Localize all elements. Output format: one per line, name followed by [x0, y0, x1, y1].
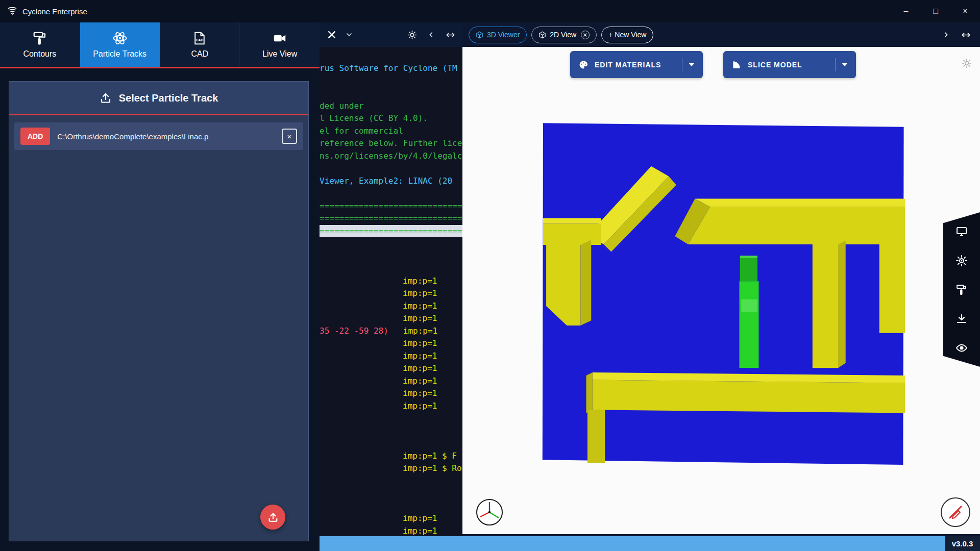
tab-2d-view[interactable]: 2D View — [531, 27, 597, 43]
video-camera-icon — [272, 31, 287, 46]
console-line: imp:p=1 — [320, 312, 462, 325]
console-actions — [407, 30, 455, 40]
console-line-text: imp:p=1 — [403, 401, 437, 411]
console-line: Viewer, Example2: LINAC (20 — [320, 175, 462, 188]
paint-roller-icon[interactable] — [955, 284, 968, 296]
console-line-text: imp:p=1 — [403, 513, 437, 523]
slice-model-button[interactable]: SLICE MODEL — [723, 51, 856, 78]
cyclone-logo-icon — [7, 6, 17, 16]
tab-label: Particle Tracks — [93, 49, 146, 59]
console-line: imp:p=1 — [320, 375, 462, 388]
close-button[interactable]: × — [950, 0, 980, 22]
chevron-right-icon[interactable] — [942, 31, 950, 39]
tab-label: CAD — [191, 49, 208, 59]
viewer-tabbar-actions — [942, 30, 974, 40]
dropdown-caret-icon — [689, 63, 695, 66]
console-line: ========================================… — [320, 200, 462, 213]
console-line-text: ========================================… — [320, 213, 462, 223]
left-tabbar: Contours Particle Tracks CAD CAD — [0, 22, 320, 67]
gear-icon[interactable] — [407, 30, 417, 40]
console-line: imp:p=1 $ F — [320, 450, 462, 463]
button-label: SLICE MODEL — [748, 61, 802, 69]
console-line — [320, 500, 462, 513]
tab-new-view[interactable]: + New View — [601, 27, 653, 43]
console-line — [320, 437, 462, 450]
console-line — [320, 237, 462, 250]
console-output[interactable]: rus Software for Cyclone (TM ded under l… — [320, 47, 462, 536]
console-line: imp:p=1 — [320, 400, 462, 413]
console-line: ========================================… — [320, 225, 462, 238]
pencil-off-icon — [947, 504, 964, 521]
console-line-text: imp:p=1 — [403, 276, 437, 286]
console-line: imp:p=1 — [320, 300, 462, 313]
minimize-button[interactable]: – — [891, 0, 921, 22]
remove-track-button[interactable]: × — [282, 129, 297, 144]
download-icon[interactable] — [955, 313, 968, 325]
console-line — [320, 75, 462, 88]
display-icon[interactable] — [955, 226, 968, 238]
axis-orientation-widget[interactable] — [476, 498, 503, 526]
tab-cad[interactable]: CAD CAD — [160, 22, 240, 67]
console-line-text: imp:p=1 $ Ro — [403, 463, 462, 473]
console-line — [320, 187, 462, 200]
console-line-prefix: 35 -22 -59 28) — [320, 326, 388, 336]
maximize-button[interactable]: □ — [921, 0, 950, 22]
console-line-text: imp:p=1 — [388, 326, 437, 336]
tab-live-view[interactable]: Live View — [240, 22, 320, 67]
chevron-left-icon[interactable] — [427, 31, 435, 39]
slice-icon — [731, 60, 742, 70]
track-file-path: C:\Orthrus\demoComplete\examples\Linac.p — [57, 132, 275, 141]
console-line: imp:p=1 — [320, 525, 462, 537]
tab-contours[interactable]: Contours — [0, 22, 80, 67]
palette-icon — [578, 60, 589, 70]
window-title: Cyclone Enterprise — [22, 7, 87, 16]
console-line-text: imp:p=1 — [403, 338, 437, 348]
console-line-text: imp:p=1 — [403, 363, 437, 373]
console-line — [320, 475, 462, 488]
console-topbar — [320, 22, 462, 47]
tab-3d-viewer[interactable]: 3D Viewer — [469, 27, 527, 43]
expand-horizontal-icon[interactable] — [446, 30, 455, 40]
bottom-bar: v3.0.3 — [320, 536, 980, 551]
console-line — [320, 87, 462, 100]
select-track-title: Select Particle Track — [119, 92, 218, 104]
add-track-button[interactable]: ADD — [20, 128, 50, 145]
title-bar: Cyclone Enterprise – □ × — [0, 0, 980, 22]
window-controls: – □ × — [891, 0, 980, 22]
console-line-text: ========================================… — [320, 201, 462, 211]
horizontal-scrollbar[interactable] — [320, 536, 945, 551]
edit-materials-button[interactable]: EDIT MATERIALS — [570, 51, 703, 78]
console-line-text: ded under — [320, 101, 364, 111]
viewport-settings-gear-icon[interactable] — [962, 58, 972, 68]
console-line — [320, 262, 462, 275]
chevron-down-icon[interactable] — [345, 31, 353, 39]
console-line-text: imp:p=1 — [403, 351, 437, 361]
console-line-text: reference below. Further lice — [320, 138, 462, 148]
view-settings-icon[interactable] — [955, 255, 968, 267]
eye-icon[interactable] — [955, 342, 968, 354]
edit-disabled-button[interactable] — [941, 497, 970, 527]
tab-label: 2D View — [550, 31, 576, 39]
select-track-card: Select Particle Track ADD C:\Orthrus\dem… — [9, 81, 309, 541]
console-line-text: Viewer, Example2: LINAC (20 — [320, 176, 452, 186]
viewer-tabbar: 3D Viewer 2D View + New View — [462, 22, 980, 47]
console-line-text: imp:p=1 — [403, 376, 437, 386]
console-line: imp:p=1 — [320, 287, 462, 300]
console-line: imp:p=1 — [320, 337, 462, 350]
divider — [682, 58, 682, 71]
console-line — [320, 162, 462, 175]
viewport-canvas[interactable] — [462, 47, 980, 534]
svg-text:CAD: CAD — [196, 38, 204, 42]
tab-label: 3D Viewer — [487, 31, 520, 39]
close-tab-icon[interactable] — [581, 31, 590, 39]
close-file-icon[interactable] — [327, 30, 337, 40]
console-line: imp:p=1 — [320, 512, 462, 525]
viewport: EDIT MATERIALS SLICE MODEL — [462, 47, 980, 534]
console-panel: rus Software for Cyclone (TM ded under l… — [320, 22, 462, 536]
upload-track-fab[interactable] — [260, 505, 285, 530]
tab-particle-tracks[interactable]: Particle Tracks — [80, 22, 160, 67]
expand-horizontal-icon[interactable] — [961, 30, 971, 40]
upload-icon — [100, 92, 112, 104]
console-line-text: imp:p=1 — [403, 301, 437, 311]
cad-file-icon: CAD — [192, 31, 207, 46]
